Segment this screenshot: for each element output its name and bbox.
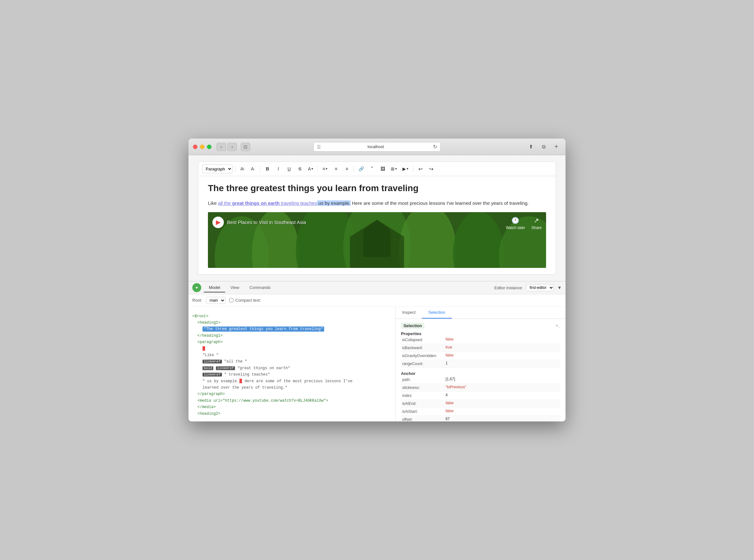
align-button[interactable]: ≡▼ [321,164,329,173]
xml-line-like: "Like " [192,352,392,358]
prop-key-isGravity: isGravityOverridden: [401,353,446,359]
reload-button[interactable]: ↻ [433,144,437,150]
titlebar: ‹ › ⊡ ☰ localhost ↻ ⬆ ⧉ + [188,139,566,155]
redo-button[interactable]: ↪ [427,164,435,173]
properties-table: isCollapsed: false isBackward: true isGr… [401,336,561,368]
link-traveling-teaches[interactable]: traveling teaches [280,200,317,206]
strikethrough-button[interactable]: S [296,164,304,173]
xml-line-linkhref1: linkHref "all the " [192,358,392,365]
subtab-selection[interactable]: Selection [422,307,451,319]
prop-row-isBackward: isBackward: true [401,344,561,352]
prop-row-isCollapsed: isCollapsed: false [401,336,561,344]
forward-button[interactable]: › [227,143,237,151]
anchor-row-index: index: 4 [401,392,561,400]
xml-line-paragraph-close: </paragraph> [192,391,392,397]
compact-text-text: Compact text: [235,298,261,303]
panel-icon[interactable]: ✦ [192,283,201,292]
collapse-panel-button[interactable]: ▼ [557,285,562,290]
image-button[interactable]: 🖼 [378,164,387,173]
video-title: Best Places to Visit in Southeast Asia [227,219,306,225]
selection-section-header: Selection >_ [401,323,561,329]
xml-tree: <$root> <heading1> "The three greatest t… [192,311,392,420]
undo-button[interactable]: ↩ [416,164,425,173]
anchor-key-isAtStart: isAtStart: [401,409,446,415]
properties-title: Properties [401,331,561,336]
anchor-key-index: index: [401,393,446,399]
anchor-key-stickiness: stickiness: [401,385,446,391]
link-all-the[interactable]: all the [218,200,232,206]
nav-buttons: ‹ › [217,143,237,151]
url-text[interactable]: localhost [324,144,428,149]
titlebar-actions: ⬆ ⧉ + [526,143,561,151]
watch-later-label: Watch later [506,225,525,230]
maximize-button[interactable] [207,145,211,149]
browser-window: ‹ › ⊡ ☰ localhost ↻ ⬆ ⧉ + Paragraph AI A… [188,139,566,421]
prop-val-isCollapsed: false [446,337,453,343]
anchor-row-isAtEnd: isAtEnd: false [401,400,561,408]
subtab-inspect[interactable]: Inspect [396,307,422,319]
underline-button[interactable]: U [285,164,293,173]
selection-section: Selection >_ Properties isCollapsed: fal… [396,319,566,421]
minimize-button[interactable] [200,145,204,149]
highlight-button[interactable]: A▼ [306,164,315,173]
anchor-row-offset: offset: 67 [401,416,561,421]
anchor-section: Anchor path: [1,67] stickiness: "toPrevi… [401,371,561,421]
cmd-button[interactable]: >_ [556,323,561,328]
video-embed: ▶ Best Places to Visit in Southeast Asia… [208,212,546,268]
prop-val-isGravity: false [446,353,453,359]
xml-toolbar: Root: main Compact text: [188,294,566,307]
xml-line-heading1-text: "The three greatest things you learn fro… [192,326,392,332]
unordered-list-button[interactable]: ≡ [342,164,351,173]
selected-text: us by example. [317,200,351,206]
tab-commands[interactable]: Commands [244,283,276,293]
svg-rect-10 [364,230,391,257]
new-tab-button[interactable]: + [551,143,561,151]
table-button[interactable]: ⊞▼ [389,164,399,173]
tab-view[interactable]: View [225,283,244,293]
paragraph-style-select[interactable]: Paragraph [202,164,232,173]
ordered-list-button[interactable]: ≡ [331,164,340,173]
xml-line-heading1-open: <heading1> [192,320,392,326]
selection-section-title: Selection [401,323,425,329]
compact-text-checkbox[interactable] [229,298,233,302]
clock-icon: 🕐 [511,217,519,224]
editor-instance-label: Editor instance: [494,285,523,290]
anchor-val-stickiness: "toPrevious" [446,385,466,391]
divider-3 [318,166,318,172]
fullscreen-button[interactable]: ⧉ [539,143,548,151]
selection-panel: Inspect Selection Selection >_ Propertie… [396,307,566,421]
xml-tree-panel: <$root> <heading1> "The three greatest t… [188,307,396,421]
xml-line-example: " us by example. Here are some of the mo… [192,378,392,384]
url-bar-container: ☰ localhost ↻ [313,142,441,152]
divider-2 [260,166,261,172]
editor-toolbar: Paragraph AI A↓ B I U S A▼ ≡▼ ≡ ≡ 🔗 " 🖼 … [198,161,556,176]
link-button[interactable]: 🔗 [356,164,366,173]
xml-line-bold-linkhref: bold linkHref "great things on earth" [192,365,392,372]
quote-button[interactable]: " [367,164,376,173]
media-button[interactable]: ▶▼ [401,164,410,173]
bold-button[interactable]: B [263,164,272,173]
root-label: Root: [192,298,202,303]
editor-content[interactable]: The three greatest things you learn from… [198,176,556,274]
share-video-button[interactable]: ↗ Share [531,217,542,230]
watch-later-button[interactable]: 🕐 Watch later [506,217,525,230]
italic-button[interactable]: I [274,164,283,173]
link-great-things[interactable]: great things on earth [232,200,280,206]
anchor-key-isAtEnd: isAtEnd: [401,401,446,406]
share-button[interactable]: ⬆ [526,143,535,151]
anchor-val-isAtStart: false [446,409,453,415]
prop-key-isCollapsed: isCollapsed: [401,337,446,343]
prop-key-isBackward: isBackward: [401,345,446,351]
editor-instance-select[interactable]: first-editor [526,284,554,291]
back-button[interactable]: ‹ [217,143,226,151]
font-size-button[interactable]: AI [238,164,247,173]
font-size-down-button[interactable]: A↓ [249,164,258,173]
prop-val-isBackward: true [446,345,452,351]
close-button[interactable] [193,145,198,149]
panel-subtabs: Inspect Selection [396,307,566,319]
root-select[interactable]: main [206,297,225,304]
anchor-val-isAtEnd: false [446,401,453,406]
xml-line-paragraph-open: <paragraph> [192,339,392,345]
tab-model[interactable]: Model [204,283,225,293]
sidebar-toggle-button[interactable]: ⊡ [241,143,250,151]
